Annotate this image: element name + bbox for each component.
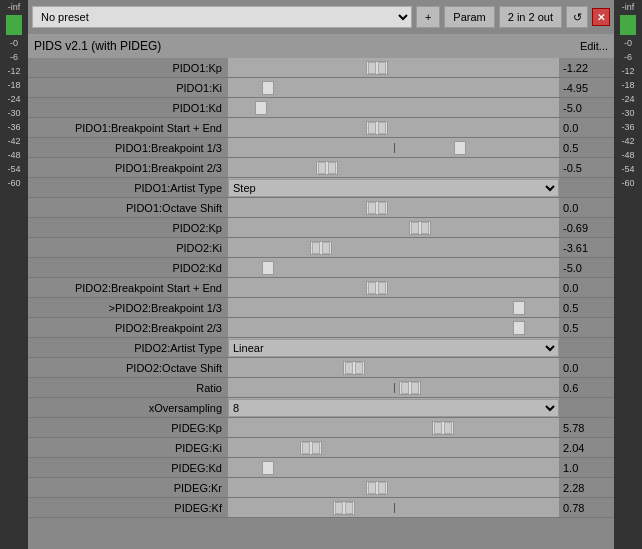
param-row: PIDO1:Breakpoint 1/30.5 bbox=[28, 138, 614, 158]
slider-thumb[interactable] bbox=[366, 281, 388, 295]
param-label: PIDEG:Kp bbox=[28, 422, 228, 434]
param-label: PIDO1:Kd bbox=[28, 102, 228, 114]
param-slider-area[interactable] bbox=[228, 418, 559, 437]
slider-thumb[interactable] bbox=[262, 261, 274, 275]
settings-icon-button[interactable]: ↺ bbox=[566, 6, 588, 28]
param-row: PIDO1:Octave Shift0.0 bbox=[28, 198, 614, 218]
param-row: PIDO1:Breakpoint Start + End0.0 bbox=[28, 118, 614, 138]
left-meter-36: -36 bbox=[7, 122, 20, 132]
param-value: 0.5 bbox=[559, 322, 614, 334]
param-slider-area[interactable] bbox=[228, 218, 559, 237]
param-row: PIDEG:Kr2.28 bbox=[28, 478, 614, 498]
slider-center-line bbox=[394, 143, 395, 153]
param-slider-area[interactable] bbox=[228, 378, 559, 397]
param-slider-area[interactable] bbox=[228, 298, 559, 317]
param-slider-area[interactable] bbox=[228, 158, 559, 177]
param-dropdown-select[interactable]: StepLinearCubic bbox=[228, 339, 559, 357]
param-dropdown-area: 124816 bbox=[228, 398, 559, 417]
slider-thumb[interactable] bbox=[513, 321, 525, 335]
param-dropdown-select[interactable]: 124816 bbox=[228, 399, 559, 417]
param-row: PIDEG:Kd1.0 bbox=[28, 458, 614, 478]
top-bar: No preset + Param 2 in 2 out ↺ ✕ bbox=[28, 0, 614, 34]
param-slider-area[interactable] bbox=[228, 358, 559, 377]
param-label: PIDO1:Breakpoint Start + End bbox=[28, 122, 228, 134]
left-meter-bar bbox=[6, 15, 22, 35]
slider-thumb[interactable] bbox=[343, 361, 365, 375]
io-button[interactable]: 2 in 2 out bbox=[499, 6, 562, 28]
param-row: PIDO1:Breakpoint 2/3-0.5 bbox=[28, 158, 614, 178]
param-label: PIDEG:Kd bbox=[28, 462, 228, 474]
param-slider-area[interactable] bbox=[228, 258, 559, 277]
param-label: PIDO1:Kp bbox=[28, 62, 228, 74]
param-slider-area[interactable] bbox=[228, 278, 559, 297]
slider-thumb[interactable] bbox=[366, 481, 388, 495]
slider-thumb[interactable] bbox=[366, 121, 388, 135]
param-slider-area[interactable] bbox=[228, 98, 559, 117]
slider-thumb[interactable] bbox=[310, 241, 332, 255]
right-meter-18: -18 bbox=[621, 80, 634, 90]
param-dropdown-select[interactable]: StepLinearCubic bbox=[228, 179, 559, 197]
right-meter-54: -54 bbox=[621, 164, 634, 174]
slider-thumb[interactable] bbox=[300, 441, 322, 455]
param-slider-area[interactable] bbox=[228, 238, 559, 257]
param-slider-area[interactable] bbox=[228, 498, 559, 517]
slider-thumb[interactable] bbox=[432, 421, 454, 435]
param-label: >PIDO2:Breakpoint 1/3 bbox=[28, 302, 228, 314]
param-row: PIDEG:Kf0.78 bbox=[28, 498, 614, 518]
slider-thumb[interactable] bbox=[513, 301, 525, 315]
param-value: -3.61 bbox=[559, 242, 614, 254]
param-value: -0.69 bbox=[559, 222, 614, 234]
param-slider-area[interactable] bbox=[228, 478, 559, 497]
slider-thumb[interactable] bbox=[399, 381, 421, 395]
edit-button[interactable]: Edit... bbox=[580, 40, 608, 52]
right-meter-24: -24 bbox=[621, 94, 634, 104]
param-row: PIDO1:Ki-4.95 bbox=[28, 78, 614, 98]
left-meter-0: -0 bbox=[10, 38, 18, 48]
param-button[interactable]: Param bbox=[444, 6, 494, 28]
slider-thumb[interactable] bbox=[255, 101, 267, 115]
param-value: -0.5 bbox=[559, 162, 614, 174]
param-value: 2.28 bbox=[559, 482, 614, 494]
param-label: PIDO2:Kp bbox=[28, 222, 228, 234]
param-slider-area[interactable] bbox=[228, 318, 559, 337]
param-label: PIDEG:Kr bbox=[28, 482, 228, 494]
param-row: >PIDO2:Breakpoint 1/30.5 bbox=[28, 298, 614, 318]
slider-thumb[interactable] bbox=[409, 221, 431, 235]
param-slider-area[interactable] bbox=[228, 78, 559, 97]
param-row: xOversampling124816 bbox=[28, 398, 614, 418]
add-button[interactable]: + bbox=[416, 6, 440, 28]
slider-thumb[interactable] bbox=[262, 81, 274, 95]
left-meter-12: -12 bbox=[7, 66, 20, 76]
param-value: 0.5 bbox=[559, 302, 614, 314]
slider-thumb[interactable] bbox=[366, 201, 388, 215]
param-value: 5.78 bbox=[559, 422, 614, 434]
param-value: 0.0 bbox=[559, 362, 614, 374]
left-meter-60: -60 bbox=[7, 178, 20, 188]
plugin-header: PIDS v2.1 (with PIDEG) Edit... bbox=[28, 34, 614, 58]
slider-thumb[interactable] bbox=[316, 161, 338, 175]
param-value: 0.0 bbox=[559, 202, 614, 214]
slider-thumb[interactable] bbox=[454, 141, 466, 155]
close-button[interactable]: ✕ bbox=[592, 8, 610, 26]
param-label: PIDO2:Breakpoint 2/3 bbox=[28, 322, 228, 334]
slider-thumb[interactable] bbox=[333, 501, 355, 515]
param-slider-area[interactable] bbox=[228, 138, 559, 157]
param-row: PIDEG:Ki2.04 bbox=[28, 438, 614, 458]
param-label: PIDO2:Artist Type bbox=[28, 342, 228, 354]
slider-thumb[interactable] bbox=[262, 461, 274, 475]
param-slider-area[interactable] bbox=[228, 438, 559, 457]
preset-select[interactable]: No preset bbox=[32, 6, 412, 28]
param-label: Ratio bbox=[28, 382, 228, 394]
slider-thumb[interactable] bbox=[366, 61, 388, 75]
right-meter-30: -30 bbox=[621, 108, 634, 118]
plugin-area: PIDS v2.1 (with PIDEG) Edit... PIDO1:Kp-… bbox=[28, 34, 614, 549]
param-row: PIDO1:Artist TypeStepLinearCubic bbox=[28, 178, 614, 198]
params-grid: PIDO1:Kp-1.22PIDO1:Ki-4.95PIDO1:Kd-5.0PI… bbox=[28, 58, 614, 518]
param-slider-area[interactable] bbox=[228, 58, 559, 77]
param-slider-area[interactable] bbox=[228, 458, 559, 477]
param-value: 0.6 bbox=[559, 382, 614, 394]
left-meter-6: -6 bbox=[10, 52, 18, 62]
param-slider-area[interactable] bbox=[228, 118, 559, 137]
param-slider-area[interactable] bbox=[228, 198, 559, 217]
param-row: PIDO2:Octave Shift0.0 bbox=[28, 358, 614, 378]
